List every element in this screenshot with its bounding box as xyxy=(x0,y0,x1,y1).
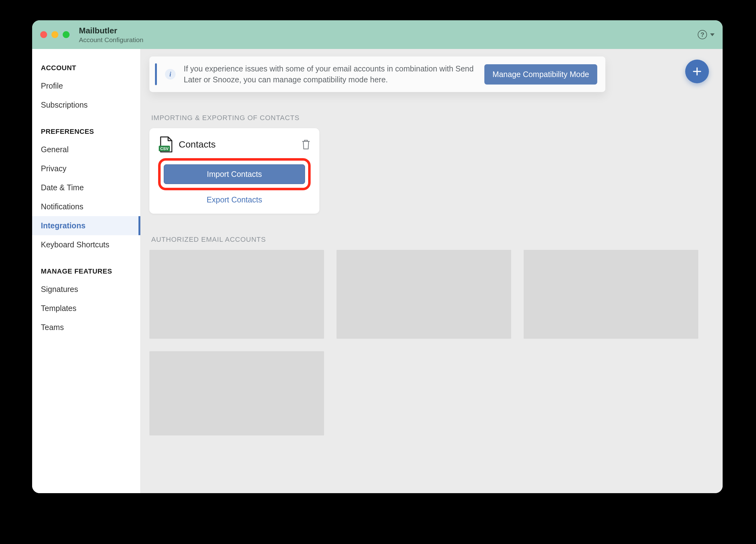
sidebar-heading-account: ACCOUNT xyxy=(32,60,140,76)
title-stack: Mailbutler Account Configuration xyxy=(79,26,143,44)
sidebar-item-keyboard-shortcuts[interactable]: Keyboard Shortcuts xyxy=(32,235,140,254)
import-highlight: Import Contacts xyxy=(158,158,311,190)
body: ACCOUNT Profile Subscriptions PREFERENCE… xyxy=(32,49,723,493)
sidebar-item-templates[interactable]: Templates xyxy=(32,299,140,318)
close-window-button[interactable] xyxy=(40,31,47,38)
minimize-window-button[interactable] xyxy=(51,31,58,38)
titlebar: Mailbutler Account Configuration ? xyxy=(32,20,723,49)
svg-text:CSV: CSV xyxy=(160,146,169,151)
sidebar-item-notifications[interactable]: Notifications xyxy=(32,197,140,216)
sidebar-item-profile[interactable]: Profile xyxy=(32,76,140,95)
sidebar-heading-manage-features: MANAGE FEATURES xyxy=(32,264,140,280)
add-button[interactable] xyxy=(685,60,709,83)
sidebar-item-date-time[interactable]: Date & Time xyxy=(32,178,140,197)
sidebar-item-privacy[interactable]: Privacy xyxy=(32,159,140,178)
header-right: ? xyxy=(698,30,715,39)
sidebar-heading-preferences: PREFERENCES xyxy=(32,124,140,140)
account-card[interactable] xyxy=(337,250,511,339)
sidebar-item-signatures[interactable]: Signatures xyxy=(32,280,140,299)
import-contacts-button[interactable]: Import Contacts xyxy=(164,164,305,184)
manage-compatibility-button[interactable]: Manage Compatibility Mode xyxy=(484,64,597,85)
sidebar: ACCOUNT Profile Subscriptions PREFERENCE… xyxy=(32,49,141,493)
account-card[interactable] xyxy=(149,250,324,339)
sidebar-item-general[interactable]: General xyxy=(32,140,140,159)
help-icon[interactable]: ? xyxy=(698,30,707,39)
contacts-card: CSV Contacts Import Contacts Export Cont… xyxy=(149,128,319,214)
maximize-window-button[interactable] xyxy=(63,31,70,38)
contacts-card-title: Contacts xyxy=(179,139,296,150)
plus-icon xyxy=(692,66,702,77)
contacts-card-header: CSV Contacts xyxy=(158,136,311,153)
export-contacts-link[interactable]: Export Contacts xyxy=(158,195,311,204)
app-window: Mailbutler Account Configuration ? ACCOU… xyxy=(32,20,723,493)
csv-file-icon: CSV xyxy=(158,136,173,153)
trash-icon[interactable] xyxy=(301,139,311,150)
sidebar-item-teams[interactable]: Teams xyxy=(32,318,140,337)
banner-text: If you experience issues with some of yo… xyxy=(184,63,476,85)
window-controls xyxy=(40,31,70,38)
compatibility-banner: i If you experience issues with some of … xyxy=(149,56,605,92)
authorized-accounts-grid xyxy=(149,250,714,435)
sidebar-item-subscriptions[interactable]: Subscriptions xyxy=(32,95,140,114)
info-icon: i xyxy=(165,69,176,80)
app-title: Mailbutler xyxy=(79,26,143,36)
banner-accent xyxy=(155,63,157,85)
app-subtitle: Account Configuration xyxy=(79,36,143,44)
sidebar-item-integrations[interactable]: Integrations xyxy=(32,216,140,235)
section-label-import-export: IMPORTING & EXPORTING OF CONTACTS xyxy=(151,114,714,122)
main-content: i If you experience issues with some of … xyxy=(141,49,723,493)
section-label-authorized-accounts: AUTHORIZED EMAIL ACCOUNTS xyxy=(151,236,714,244)
account-card[interactable] xyxy=(524,250,698,339)
chevron-down-icon[interactable] xyxy=(710,33,715,36)
account-card[interactable] xyxy=(149,351,324,435)
